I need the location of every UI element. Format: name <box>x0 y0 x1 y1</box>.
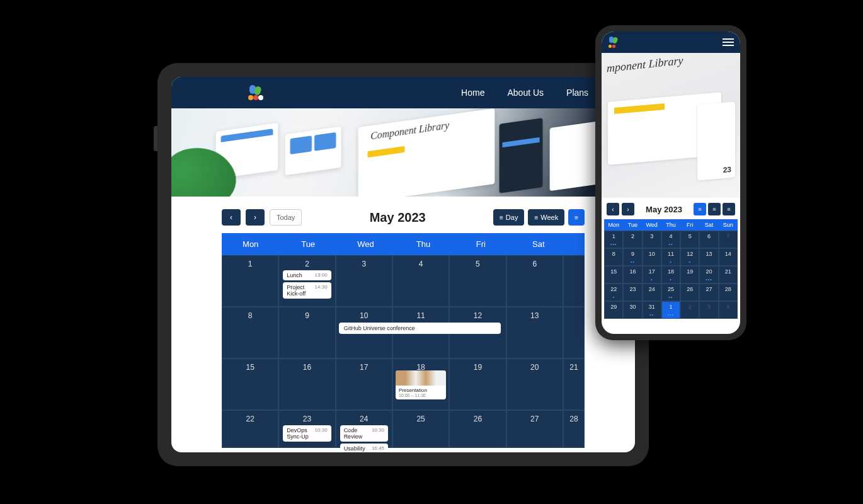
phone-top-nav <box>602 32 740 53</box>
phone-day-cell[interactable]: 3 <box>643 231 661 248</box>
phone-day-cell[interactable]: 15 <box>604 266 623 284</box>
hero-card-title: Component Library <box>370 120 449 142</box>
event-code-review[interactable]: Code Review10:30 <box>340 425 388 442</box>
phone-day-cell[interactable]: 11• <box>661 248 680 266</box>
phone-day-cell[interactable]: 5 <box>680 231 699 248</box>
day-cell[interactable]: 8 <box>222 307 278 358</box>
phone-view-btn-1[interactable]: ≡ <box>694 203 706 215</box>
day-cell[interactable]: 19 <box>449 358 506 410</box>
today-button[interactable]: Today <box>270 209 302 226</box>
calendar-weekday-header: Mon Tue Wed Thu Fri Sat <box>222 233 585 255</box>
phone-day-cell[interactable]: 8 <box>604 248 623 266</box>
day-cell[interactable]: 23 DevOps Sync-Up10:30 <box>278 410 335 448</box>
phone-day-cell[interactable]: 6 <box>699 231 718 248</box>
day-cell[interactable]: 16 <box>278 358 335 410</box>
phone-day-cell[interactable]: 21 <box>719 266 738 284</box>
calendar-title: May 2023 <box>370 210 426 225</box>
phone-day-cell[interactable]: 17• <box>643 266 661 284</box>
next-button[interactable]: › <box>622 203 634 215</box>
phone-day-cell[interactable]: 16 <box>623 266 642 284</box>
view-month-button[interactable] <box>568 209 585 226</box>
day-cell[interactable]: 20 <box>506 358 563 410</box>
nav-link-about[interactable]: About Us <box>507 88 544 98</box>
weekday-wed: Wed <box>337 233 394 255</box>
day-cell[interactable]: 27 <box>506 410 563 448</box>
day-cell[interactable]: 26 <box>449 410 506 448</box>
view-week-button[interactable]: Week <box>528 209 564 226</box>
phone-day-cell[interactable]: 14 <box>719 248 738 266</box>
phone-day-cell[interactable]: 1••• <box>604 231 623 248</box>
view-day-button[interactable]: Day <box>493 209 524 226</box>
next-button[interactable]: › <box>246 209 265 226</box>
calendar-toolbar: ‹ › Today May 2023 Day Week <box>222 209 585 226</box>
day-cell[interactable]: 9 <box>278 307 335 358</box>
calendar-grid: Mon Tue Wed Thu Fri Sat 1 2 Lunch13:00 P… <box>222 233 585 448</box>
day-cell[interactable]: 10 GitHub Universe conference <box>336 307 392 358</box>
brand-logo[interactable] <box>247 85 262 100</box>
day-cell[interactable]: 6 <box>506 255 563 307</box>
phone-screen: mponent Library ‹ › May 2023 ≡ ≡ ≡ Mon <box>602 32 740 334</box>
day-cell[interactable] <box>563 255 585 307</box>
day-cell[interactable]: 17 <box>336 358 392 410</box>
phone-day-cell[interactable]: 29 <box>604 301 623 319</box>
phone-day-cell[interactable]: 18• <box>661 266 680 284</box>
hamburger-menu-icon[interactable] <box>723 38 734 46</box>
phone-day-cell[interactable]: 2 <box>623 231 642 248</box>
event-devops[interactable]: DevOps Sync-Up10:30 <box>283 425 331 442</box>
day-cell[interactable]: 21 <box>563 358 585 410</box>
day-cell[interactable]: 1 <box>222 255 278 307</box>
phone-day-cell[interactable]: 23 <box>623 284 642 301</box>
prev-button[interactable]: ‹ <box>222 209 241 226</box>
day-cell[interactable]: 3 <box>336 255 392 307</box>
phone-view-btn-2[interactable]: ≡ <box>708 203 721 215</box>
phone-day-cell[interactable]: 1••• <box>661 301 680 319</box>
phone-day-cell[interactable]: 19 <box>680 266 699 284</box>
nav-link-home[interactable]: Home <box>461 88 484 98</box>
day-cell[interactable]: 15 <box>222 358 278 410</box>
day-cell[interactable] <box>563 307 585 358</box>
phone-day-cell[interactable]: 10 <box>643 248 661 266</box>
phone-day-cell[interactable]: 22• <box>604 284 623 301</box>
day-cell[interactable]: 25 <box>392 410 449 448</box>
day-cell[interactable]: 5 <box>449 255 506 307</box>
phone-day-cell[interactable]: 25•• <box>661 284 680 301</box>
phone-day-cell[interactable]: 2 <box>680 301 699 319</box>
day-cell[interactable]: 13 <box>506 307 563 358</box>
nav-link-plans[interactable]: Plans <box>566 88 588 98</box>
phone-day-cell[interactable]: 3 <box>699 301 718 319</box>
day-cell[interactable]: 18 Presentation 10:00 – 11:30 <box>392 358 449 410</box>
day-cell[interactable]: 2 Lunch13:00 Project Kick-off14:30 <box>278 255 335 307</box>
event-lunch[interactable]: Lunch13:00 <box>283 270 331 280</box>
event-presentation[interactable]: Presentation 10:00 – 11:30 <box>396 370 446 399</box>
day-cell[interactable]: 24 Code Review10:30 Usability Testing16:… <box>336 410 392 448</box>
phone-day-cell[interactable]: 20••• <box>699 266 718 284</box>
weekday-fri: Fri <box>452 233 510 255</box>
phone-view-btn-3[interactable]: ≡ <box>723 203 735 215</box>
day-cell[interactable]: 4 <box>392 255 449 307</box>
event-usability[interactable]: Usability Testing16:45 <box>340 444 388 452</box>
phone-day-cell[interactable]: 27 <box>699 284 718 301</box>
tablet-device-frame: Home About Us Plans Co Component Library… <box>157 63 649 466</box>
phone-day-cell[interactable]: 12• <box>680 248 699 266</box>
tablet-calendar: ‹ › Today May 2023 Day Week Mon Tue Wed … <box>171 197 635 452</box>
phone-calendar: ‹ › May 2023 ≡ ≡ ≡ Mon Tue Wed Thu Fri S… <box>602 198 740 324</box>
phone-day-cell[interactable]: 4•• <box>661 231 680 248</box>
event-kickoff[interactable]: Project Kick-off14:30 <box>283 282 331 299</box>
phone-day-cell[interactable]: 24 <box>643 284 661 301</box>
phone-hero-image: mponent Library <box>602 53 740 198</box>
phone-day-cell[interactable]: 28 <box>719 284 738 301</box>
phone-day-cell[interactable]: 9•• <box>623 248 642 266</box>
phone-day-cell[interactable]: 31•• <box>643 301 661 319</box>
phone-day-cell[interactable]: 30 <box>623 301 642 319</box>
phone-day-cell[interactable]: 13 <box>699 248 718 266</box>
tablet-screen: Home About Us Plans Co Component Library… <box>171 77 635 452</box>
event-github-conference[interactable]: GitHub Universe conference <box>339 323 501 334</box>
day-cell[interactable]: 28 <box>563 410 585 448</box>
day-cell[interactable]: 22 <box>222 410 278 448</box>
phone-day-cell[interactable]: 26 <box>680 284 699 301</box>
prev-button[interactable]: ‹ <box>607 203 619 215</box>
phone-calendar-grid: Mon Tue Wed Thu Fri Sat Sun 1•••234••567… <box>604 219 738 319</box>
phone-day-cell[interactable]: 4 <box>719 301 738 319</box>
brand-logo[interactable] <box>608 37 619 48</box>
phone-day-cell[interactable]: 7 <box>719 231 738 248</box>
